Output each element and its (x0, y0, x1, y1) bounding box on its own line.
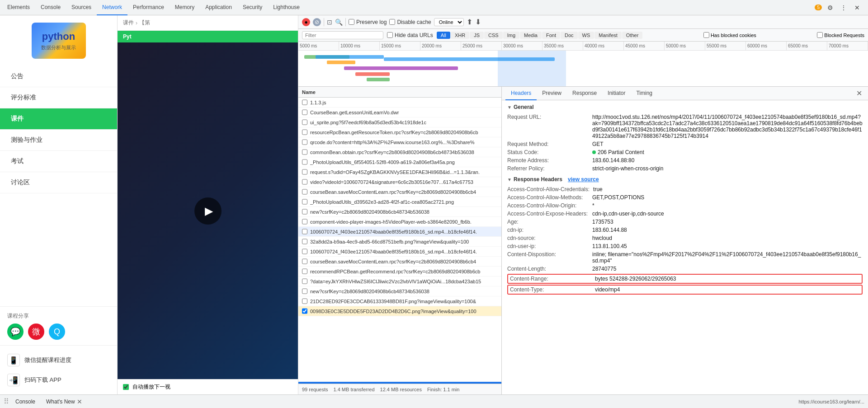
sidebar-item-grading[interactable]: 评分标准 (0, 87, 117, 108)
preserve-log-checkbox[interactable] (349, 19, 354, 25)
request-item-14[interactable]: 32a8dd2a-b9aa-4ec9-abd5-66cd8751befb.png… (298, 237, 501, 247)
req-checkbox-6[interactable] (302, 159, 307, 165)
autoplay-checkbox[interactable] (123, 384, 129, 390)
hide-data-urls-label[interactable]: Hide data URLs (387, 32, 433, 38)
sidebar-item-courseware[interactable]: 课件 (0, 108, 117, 130)
filter-js[interactable]: JS (470, 32, 484, 39)
filter-manifest[interactable]: Manifest (594, 32, 622, 39)
request-item-17[interactable]: recommendRPCBean.getRecommend.rpc?csrfKe… (298, 267, 501, 277)
throttle-select[interactable]: Online (434, 18, 464, 26)
close-devtools-icon[interactable]: ✕ (852, 2, 863, 13)
filter-font[interactable]: Font (542, 32, 560, 39)
sidebar-item-assignment[interactable]: 测验与作业 (0, 130, 117, 151)
request-item-0[interactable]: 1.1.3.js (298, 98, 501, 108)
breadcrumb-item-courseware[interactable]: 课件 (123, 19, 134, 27)
export-icon[interactable]: ⬇ (475, 18, 481, 26)
tab-elements[interactable]: Elements (2, 0, 35, 15)
req-checkbox-19[interactable] (302, 288, 307, 294)
req-checkbox-20[interactable] (302, 298, 307, 304)
disable-cache-label[interactable]: Disable cache (389, 19, 431, 25)
blocked-requests-checkbox[interactable] (817, 32, 823, 38)
record-button[interactable]: ● (302, 18, 310, 26)
tab-headers[interactable]: Headers (505, 87, 537, 100)
req-checkbox-7[interactable] (302, 169, 307, 175)
hide-data-urls-checkbox[interactable] (387, 32, 393, 38)
tab-security[interactable]: Security (237, 0, 268, 15)
request-item-20[interactable]: 21DC28ED92F0E3CDCAB61333948BD81F.png?ima… (298, 296, 501, 306)
req-checkbox-3[interactable] (302, 129, 307, 135)
tab-application[interactable]: Application (200, 0, 237, 15)
req-checkbox-0[interactable] (302, 99, 307, 105)
req-checkbox-9[interactable] (302, 189, 307, 195)
request-item-19[interactable]: new?csrfKey=c2b8069d80204908b6cb48734b53… (298, 286, 501, 296)
request-item-1[interactable]: CourseBean.getLessonUnitLearnVo.dwr (298, 108, 501, 117)
search-icon[interactable]: 🔍 (335, 19, 343, 26)
tab-sources[interactable]: Sources (66, 0, 97, 15)
request-item-18[interactable]: ?data=eyJkYXRhVHlwZSI6IClJliwic2Vzc2lvbV… (298, 277, 501, 286)
request-item-7[interactable]: request.s?udid=OFay4SZgKBAGKKNVySEE1DFAE… (298, 167, 501, 177)
req-checkbox-1[interactable] (302, 109, 307, 115)
breadcrumb-item-chapter[interactable]: 【第 (139, 19, 150, 27)
filter-ws[interactable]: WS (578, 32, 594, 39)
filter-doc[interactable]: Doc (561, 32, 578, 39)
tab-console[interactable]: Console (35, 0, 66, 15)
wechat-share-icon[interactable]: 💬 (7, 324, 24, 340)
filter-icon[interactable]: ⊡ (327, 19, 332, 26)
req-checkbox-11[interactable] (302, 209, 307, 215)
tab-timing[interactable]: Timing (631, 87, 658, 100)
preserve-log-label[interactable]: Preserve log (349, 19, 387, 25)
request-item-3[interactable]: resourceRpcBean.getResourceToken.rpc?csr… (298, 127, 501, 137)
req-checkbox-5[interactable] (302, 149, 307, 155)
req-checkbox-2[interactable] (302, 119, 307, 125)
play-button[interactable] (194, 197, 222, 225)
filter-all[interactable]: All (437, 32, 450, 39)
tab-performance[interactable]: Performance (127, 0, 170, 15)
has-blocked-cookies-checkbox[interactable] (703, 32, 709, 38)
req-checkbox-13[interactable] (302, 229, 307, 234)
sidebar-item-discussion[interactable]: 讨论区 (0, 172, 117, 193)
req-checkbox-14[interactable] (302, 239, 307, 244)
req-checkbox-10[interactable] (302, 199, 307, 205)
filter-css[interactable]: CSS (484, 32, 503, 39)
req-checkbox-16[interactable] (302, 258, 307, 264)
request-item-8[interactable]: video?videoId=1006070724&signature=6c6c2… (298, 177, 501, 187)
filter-xhr[interactable]: XHR (451, 32, 469, 39)
tab-preview[interactable]: Preview (537, 87, 567, 100)
req-checkbox-18[interactable] (302, 278, 307, 284)
qr-download-tool[interactable]: 📲 扫码下载 APP (7, 370, 110, 390)
req-checkbox-12[interactable] (302, 219, 307, 225)
request-item-21[interactable]: 0098D3E0C3E5DDDE5FD23AD2DD4B2D6C.png?ima… (298, 306, 501, 316)
tab-lighthouse[interactable]: Lighthouse (268, 0, 305, 15)
request-item-4[interactable]: qrcode.do?content=http%3A%2F%2Fwww.icour… (298, 137, 501, 147)
disable-cache-checkbox[interactable] (389, 19, 395, 25)
request-item-13[interactable]: 1006070724_f403ee1210574baab0e8f35ef9180… (298, 227, 501, 237)
tab-initiator[interactable]: Initiator (602, 87, 631, 100)
sidebar-item-notice[interactable]: 公告 (0, 66, 117, 87)
request-item-2[interactable]: ui_sprite.png?5f7eedcf69b8a05d3ed53b4c19… (298, 117, 501, 127)
request-item-9[interactable]: courseBean.saveMocContentLearn.rpc?csrfK… (298, 187, 501, 197)
req-checkbox-4[interactable] (302, 139, 307, 145)
tab-memory[interactable]: Memory (170, 0, 200, 15)
request-item-10[interactable]: _PhotoUploadUtils_d39562e3-ad28-4f2f-af1… (298, 197, 501, 207)
whats-new-tab[interactable]: What's New ✕ (42, 397, 87, 406)
filter-media[interactable]: Media (520, 32, 542, 39)
req-checkbox-15[interactable] (302, 249, 307, 254)
weibo-share-icon[interactable]: 微 (28, 324, 44, 340)
import-icon[interactable]: ⬆ (467, 18, 472, 26)
filter-other[interactable]: Other (622, 32, 643, 39)
tab-network[interactable]: Network (97, 0, 127, 15)
req-checkbox-17[interactable] (302, 268, 307, 274)
tab-response[interactable]: Response (567, 87, 602, 100)
console-button[interactable]: Console (11, 398, 40, 406)
request-item-16[interactable]: courseBean.saveMocContentLearn.rpc?csrfK… (298, 257, 501, 267)
view-source-link[interactable]: view source (568, 176, 599, 183)
wechat-reminder-tool[interactable]: 📱 微信提醒课程进度 (7, 350, 110, 370)
filter-img[interactable]: Img (503, 32, 519, 39)
request-item-11[interactable]: new?csrfKey=c2b8069d80204908b6cb48734b53… (298, 207, 501, 217)
req-checkbox-21[interactable] (302, 308, 307, 314)
request-item-12[interactable]: component-video-player-images-h5VideoPla… (298, 217, 501, 227)
stop-button[interactable]: ⊘ (313, 18, 321, 26)
filter-input[interactable] (302, 31, 383, 39)
settings-icon[interactable]: ⚙ (825, 2, 835, 13)
request-item-15[interactable]: 1006070724_f403ee1210574baab0e8f35ef9180… (298, 247, 501, 257)
